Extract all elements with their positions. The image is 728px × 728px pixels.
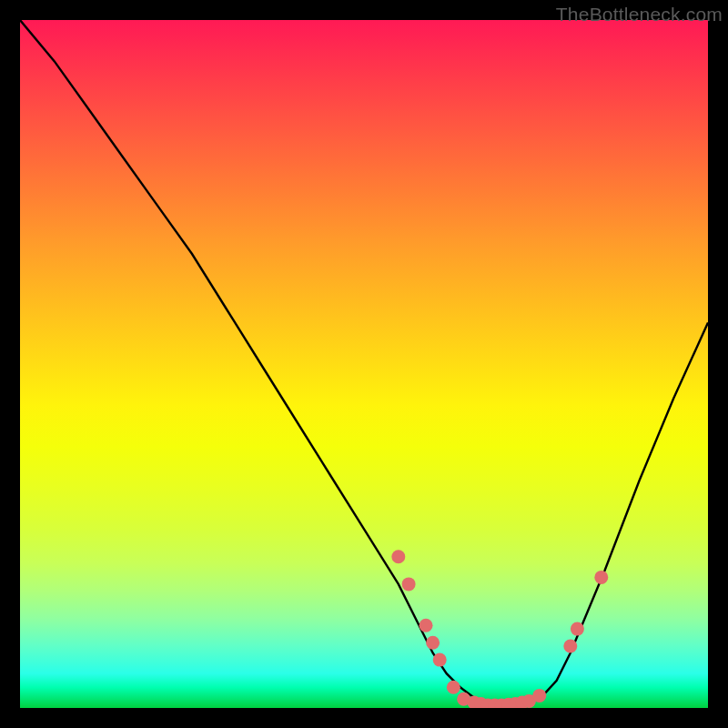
- data-marker: [563, 640, 577, 653]
- data-marker: [532, 689, 546, 703]
- data-marker: [420, 619, 433, 632]
- data-marker: [402, 577, 416, 591]
- chart-frame: [20, 20, 708, 708]
- data-marker: [594, 571, 608, 584]
- data-marker: [426, 636, 440, 650]
- attribution-label: TheBottleneck.com: [556, 4, 723, 25]
- data-marker: [447, 681, 460, 694]
- bottleneck-curve: [20, 20, 708, 705]
- data-marker: [391, 550, 405, 563]
- data-marker: [433, 653, 447, 667]
- data-markers: [391, 550, 608, 708]
- plot-area: [20, 20, 708, 708]
- data-marker: [571, 622, 584, 636]
- curve-layer: [20, 20, 708, 708]
